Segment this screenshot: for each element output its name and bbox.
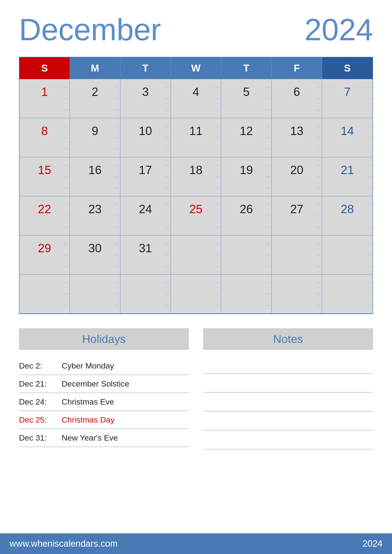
notes-title: Notes — [273, 333, 303, 345]
date-30: 30 — [73, 241, 117, 255]
calendar-cell: 6 — [272, 79, 322, 118]
date-10: 10 — [124, 124, 167, 138]
date-18: 18 — [175, 163, 217, 177]
calendar-cell-empty — [272, 235, 322, 275]
calendar-cell: 24 — [120, 196, 171, 235]
date-31: 31 — [124, 241, 167, 255]
holiday-item-3: Dec 24: Christmas Eve — [19, 393, 189, 411]
calendar-page: December 2024 S M T W T F S 1 2 3 — [0, 0, 392, 554]
holiday-item-2: Dec 21: December Solstice — [19, 375, 189, 393]
footer-year: 2024 — [362, 539, 383, 549]
holiday-item-5: Dec 31: New Year's Eve — [19, 429, 189, 447]
date-6: 6 — [275, 85, 318, 99]
holiday-item-4: Dec 25: Christmas Day — [19, 411, 189, 429]
calendar-grid: 1 2 3 4 5 6 7 — [20, 79, 372, 314]
date-23: 23 — [73, 202, 117, 216]
date-15: 15 — [23, 163, 66, 177]
calendar-cell: 15 — [20, 157, 70, 196]
date-17: 17 — [124, 163, 167, 177]
calendar-cell-empty — [70, 275, 120, 314]
year-title: 2024 — [305, 14, 373, 45]
notes-header: Notes — [203, 328, 373, 350]
calendar-cell: 20 — [272, 157, 322, 196]
calendar-cell: 9 — [70, 118, 120, 157]
date-27: 27 — [275, 202, 318, 216]
holiday-name-1: Cyber Monday — [62, 361, 114, 370]
calendar-cell-empty — [322, 275, 372, 314]
holidays-header: Holidays — [19, 328, 189, 350]
calendar-cell: 16 — [70, 157, 120, 196]
calendar-cell: 1 — [20, 79, 70, 118]
date-26: 26 — [225, 202, 268, 216]
calendar-cell: 25 — [171, 196, 221, 235]
date-7: 7 — [326, 85, 369, 99]
bottom-section: Holidays Dec 2: Cyber Monday Dec 21: Dec… — [19, 328, 373, 519]
header-saturday: S — [322, 57, 372, 79]
holiday-name-5: New Year's Eve — [62, 433, 118, 443]
holiday-date-1: Dec 2: — [19, 361, 62, 370]
date-11: 11 — [175, 124, 217, 138]
holidays-title: Holidays — [82, 333, 126, 345]
holiday-date-2: Dec 21: — [19, 379, 62, 388]
calendar-cell-empty — [171, 275, 221, 314]
calendar-cell: 28 — [322, 196, 372, 235]
calendar-cell-empty — [221, 235, 272, 275]
holiday-item-1: Dec 2: Cyber Monday — [19, 357, 189, 375]
calendar-cell-empty — [272, 275, 322, 314]
calendar-cell: 7 — [322, 79, 372, 118]
header-friday: F — [272, 57, 322, 79]
calendar-cell: 18 — [171, 157, 221, 196]
date-24: 24 — [124, 202, 167, 216]
date-20: 20 — [275, 163, 318, 177]
header-wednesday: W — [171, 57, 221, 79]
date-29: 29 — [23, 241, 66, 255]
month-title: December — [19, 14, 161, 45]
calendar-cell: 30 — [70, 235, 120, 275]
calendar-cell: 13 — [272, 118, 322, 157]
calendar-cell-empty — [20, 275, 70, 314]
date-2: 2 — [73, 85, 117, 99]
calendar-cell-empty — [171, 235, 221, 275]
holiday-date-3: Dec 24: — [19, 397, 62, 406]
date-21: 21 — [326, 163, 369, 177]
header-tuesday: T — [120, 57, 171, 79]
date-25: 25 — [175, 202, 217, 216]
notes-section: Notes — [203, 328, 373, 519]
calendar-cell: 10 — [120, 118, 171, 157]
note-line-2 — [203, 376, 373, 393]
date-8: 8 — [23, 124, 66, 138]
date-9: 9 — [73, 124, 117, 138]
calendar-cell: 21 — [322, 157, 372, 196]
holiday-date-5: Dec 31: — [19, 433, 62, 443]
date-19: 19 — [225, 163, 268, 177]
calendar-cell: 23 — [70, 196, 120, 235]
calendar-cell: 27 — [272, 196, 322, 235]
calendar-cell: 8 — [20, 118, 70, 157]
calendar-cell: 26 — [221, 196, 272, 235]
calendar-cell: 3 — [120, 79, 171, 118]
holidays-section: Holidays Dec 2: Cyber Monday Dec 21: Dec… — [19, 328, 189, 519]
footer: www.wheniscalendars.com 2024 — [0, 533, 392, 554]
date-4: 4 — [175, 85, 217, 99]
calendar-cell: 19 — [221, 157, 272, 196]
header-sunday: S — [20, 57, 70, 79]
header-monday: M — [70, 57, 120, 79]
holiday-name-4: Christmas Day — [62, 415, 114, 424]
footer-url: www.wheniscalendars.com — [9, 539, 118, 549]
date-16: 16 — [73, 163, 117, 177]
date-12: 12 — [225, 124, 268, 138]
date-3: 3 — [124, 85, 167, 99]
date-14: 14 — [326, 124, 369, 138]
date-22: 22 — [23, 202, 66, 216]
note-line-3 — [203, 395, 373, 411]
note-line-4 — [203, 414, 373, 430]
date-5: 5 — [225, 85, 268, 99]
calendar-cell: 11 — [171, 118, 221, 157]
holiday-name-3: Christmas Eve — [62, 397, 114, 406]
header-thursday: T — [221, 57, 272, 79]
calendar-cell: 12 — [221, 118, 272, 157]
note-line-1 — [203, 357, 373, 374]
calendar-container: S M T W T F S 1 2 3 4 — [19, 57, 373, 314]
holiday-date-4: Dec 25: — [19, 415, 62, 424]
calendar-cell: 31 — [120, 235, 171, 275]
